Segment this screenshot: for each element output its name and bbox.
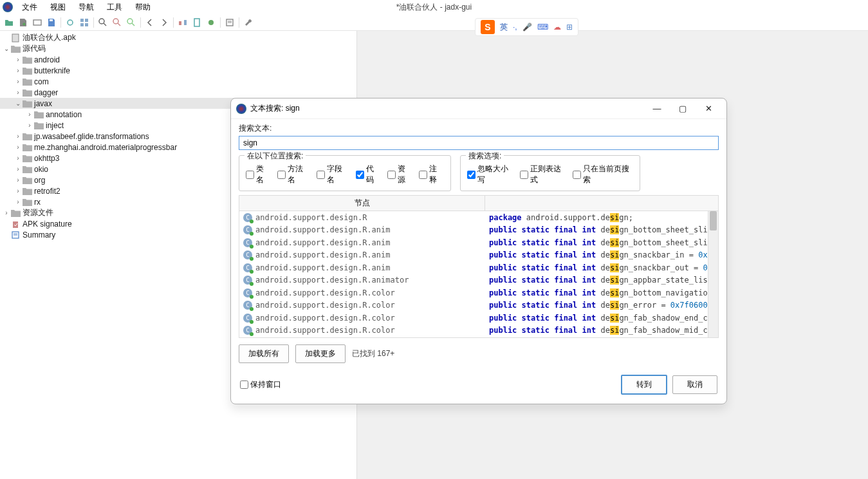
- cancel-button[interactable]: 取消: [672, 375, 717, 394]
- result-row[interactable]: Candroid.support.design.R.colorpublic st…: [239, 324, 708, 337]
- tree-node--apk[interactable]: 油联合伙人.apk: [0, 32, 356, 43]
- search-code-icon[interactable]: [111, 16, 124, 29]
- grid-icon[interactable]: [78, 16, 91, 29]
- twisty-icon[interactable]: ›: [14, 187, 22, 194]
- search-icon[interactable]: [97, 16, 109, 29]
- column-code[interactable]: [485, 196, 718, 211]
- twisty-icon[interactable]: ›: [14, 89, 22, 96]
- ime-lang[interactable]: 英: [500, 22, 508, 33]
- results-table: 节点 Candroid.support.design.Rpackage andr…: [239, 195, 719, 338]
- card-icon[interactable]: [31, 16, 44, 29]
- forward-icon[interactable]: [158, 16, 171, 29]
- load-more-button[interactable]: 加载更多: [295, 344, 346, 363]
- folder-icon: [10, 209, 21, 218]
- result-row[interactable]: Candroid.support.design.R.animpublic sta…: [239, 261, 708, 274]
- twisty-icon[interactable]: ⌄: [3, 45, 10, 52]
- deobf-icon[interactable]: [176, 16, 189, 29]
- column-node[interactable]: 节点: [239, 196, 485, 211]
- tree-node-com[interactable]: ›com: [0, 76, 356, 87]
- bug-icon[interactable]: [205, 16, 217, 29]
- result-row[interactable]: Candroid.support.design.R.colorpublic st…: [239, 312, 708, 324]
- menu-view[interactable]: 视图: [44, 1, 72, 14]
- result-row[interactable]: Candroid.support.design.R.animatorpublic…: [239, 274, 708, 287]
- class-icon: C: [243, 263, 252, 272]
- twisty-icon[interactable]: ›: [14, 133, 22, 140]
- twisty-icon[interactable]: ›: [14, 144, 22, 151]
- results-scrollbar[interactable]: [708, 211, 718, 337]
- twisty-icon[interactable]: ›: [14, 78, 22, 85]
- twisty-icon[interactable]: ›: [14, 198, 22, 205]
- maximize-icon[interactable]: ▢: [670, 101, 696, 117]
- back-icon[interactable]: [143, 16, 156, 29]
- menu-tools[interactable]: 工具: [100, 1, 129, 14]
- ime-grid-icon[interactable]: ⊞: [566, 23, 573, 32]
- search-comment-icon[interactable]: [125, 16, 138, 29]
- add-file-icon[interactable]: [17, 16, 30, 29]
- dialog-titlebar[interactable]: 文本搜索: sign — ▢ ✕: [231, 99, 726, 119]
- result-row[interactable]: Candroid.support.design.R.colorpublic st…: [239, 286, 708, 299]
- location-checkbox-2[interactable]: 字段名: [317, 164, 349, 185]
- ime-logo-icon[interactable]: S: [481, 20, 495, 34]
- tree-node-dagger[interactable]: ›dagger: [0, 87, 356, 98]
- tree-label: 油联合伙人.apk: [23, 32, 76, 43]
- ime-punct-icon[interactable]: ·,: [513, 23, 517, 32]
- result-row[interactable]: Candroid.support.design.R.animpublic sta…: [239, 236, 708, 249]
- twisty-icon[interactable]: ›: [14, 56, 22, 63]
- location-checkbox-0[interactable]: 类名: [246, 164, 271, 185]
- twisty-icon[interactable]: ›: [26, 122, 33, 129]
- twisty-icon[interactable]: ›: [26, 111, 33, 118]
- tree-node-butterknife[interactable]: ›butterknife: [0, 65, 356, 76]
- result-code: public static final int design_bottom_sh…: [485, 238, 708, 247]
- tree-label: Summary: [23, 230, 55, 240]
- tree-node-android[interactable]: ›android: [0, 54, 356, 65]
- twisty-icon[interactable]: ⌄: [14, 100, 22, 107]
- quark-icon[interactable]: [190, 16, 203, 29]
- text-search-dialog: 文本搜索: sign — ▢ ✕ 搜索文本: 在以下位置搜索: 类名方法名字段名…: [230, 98, 727, 404]
- source-icon: [10, 44, 21, 53]
- twisty-icon[interactable]: ›: [14, 67, 22, 74]
- load-all-button[interactable]: 加载所有: [239, 344, 289, 363]
- menu-file[interactable]: 文件: [15, 1, 44, 14]
- open-file-icon[interactable]: [3, 16, 15, 29]
- wrench-icon[interactable]: [242, 16, 255, 29]
- twisty-icon[interactable]: ›: [14, 165, 22, 173]
- twisty-icon[interactable]: ›: [14, 155, 22, 162]
- tree-node--[interactable]: ⌄源代码: [0, 43, 356, 54]
- menu-help[interactable]: 帮助: [129, 1, 157, 14]
- scrollbar-thumb[interactable]: [710, 211, 717, 230]
- search-input[interactable]: [239, 136, 719, 150]
- twisty-icon[interactable]: ›: [14, 176, 22, 183]
- result-row[interactable]: Candroid.support.design.R.animpublic sta…: [239, 249, 708, 262]
- tree-label: inject: [46, 121, 64, 130]
- close-icon[interactable]: ✕: [696, 101, 721, 117]
- keep-window-checkbox[interactable]: 保持窗口: [240, 379, 281, 390]
- tree-label: annotation: [46, 110, 82, 119]
- menu-nav[interactable]: 导航: [72, 1, 100, 14]
- option-checkbox-2[interactable]: 只在当前页搜索: [573, 164, 633, 185]
- result-code: public static final int design_fab_shado…: [485, 326, 708, 335]
- sync-icon[interactable]: [64, 16, 77, 29]
- ime-cloud-icon[interactable]: ☁: [553, 23, 561, 32]
- location-checkbox-3[interactable]: 代码: [356, 164, 381, 185]
- twisty-icon[interactable]: ›: [3, 209, 10, 216]
- result-row[interactable]: Candroid.support.design.R.colorpublic st…: [239, 299, 708, 312]
- tree-label: jp.wasabeef.glide.transformations: [34, 132, 149, 141]
- ime-keyboard-icon[interactable]: ⌨: [537, 23, 548, 32]
- location-checkbox-4[interactable]: 资源: [387, 164, 412, 185]
- log-icon[interactable]: [223, 16, 236, 29]
- location-checkbox-1[interactable]: 方法名: [277, 164, 310, 185]
- result-row[interactable]: Candroid.support.design.R.animpublic sta…: [239, 224, 708, 237]
- option-checkbox-1[interactable]: 正则表达式: [520, 164, 566, 185]
- goto-button[interactable]: 转到: [621, 375, 667, 395]
- result-code: public static final int design_appbar_st…: [485, 276, 708, 285]
- minimize-icon[interactable]: —: [644, 101, 670, 117]
- result-row[interactable]: Candroid.support.design.R.colorpublic st…: [239, 337, 708, 337]
- location-checkbox-5[interactable]: 注释: [419, 164, 444, 185]
- result-node: Candroid.support.design.R.anim: [239, 225, 485, 234]
- ime-mic-icon[interactable]: 🎤: [522, 23, 532, 32]
- option-checkbox-0[interactable]: 忽略大小写: [467, 164, 513, 185]
- save-icon[interactable]: [45, 16, 58, 29]
- tree-label: rx: [34, 198, 41, 207]
- result-row[interactable]: Candroid.support.design.Rpackage android…: [239, 211, 708, 224]
- class-icon: C: [243, 301, 252, 310]
